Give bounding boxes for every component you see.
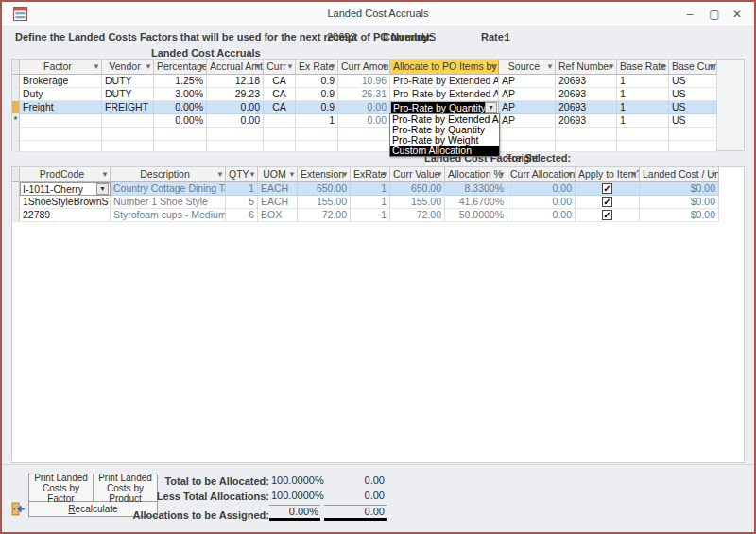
column-dropdown-icon[interactable]: ▼: [546, 60, 554, 74]
cell-accrual-amt[interactable]: 0.00: [207, 114, 264, 128]
column-header-description[interactable]: Description▼: [111, 167, 226, 182]
cell-source[interactable]: AP: [499, 75, 556, 88]
minimize-icon[interactable]: –: [680, 6, 699, 23]
cell-ex-rate[interactable]: 1: [296, 114, 338, 128]
column-dropdown-icon[interactable]: ▼: [660, 60, 667, 74]
column-dropdown-icon[interactable]: ▼: [93, 60, 100, 74]
cell-base-rate[interactable]: 1: [617, 114, 669, 128]
combo-dropdown-icon[interactable]: ▼: [96, 183, 109, 195]
cell-landed-cost-unit[interactable]: $0.00: [640, 196, 719, 209]
column-header-percentage[interactable]: Percentage▼: [154, 60, 207, 75]
column-header-curr-amount[interactable]: Curr Amount▼: [338, 60, 390, 75]
exit-form-icon[interactable]: [11, 502, 26, 516]
maximize-icon[interactable]: ▢: [705, 6, 724, 23]
cell-allocate-by[interactable]: Pro-Rate by Extended Amou: [390, 88, 499, 101]
dropdown-item[interactable]: Pro-Rate by Weight: [390, 135, 499, 146]
combo-dropdown-icon[interactable]: ▼: [485, 102, 497, 113]
cell-curr[interactable]: CA: [264, 75, 296, 88]
record-selector[interactable]: [12, 182, 20, 196]
column-dropdown-icon[interactable]: ▼: [566, 167, 574, 181]
cell-curr-value[interactable]: 650.00: [390, 182, 445, 196]
column-dropdown-icon[interactable]: ▼: [708, 60, 715, 74]
column-header-landed-cost-unit[interactable]: Landed Cost / Unit▼: [640, 167, 719, 182]
cell-extension[interactable]: 155.00: [298, 196, 351, 209]
column-dropdown-icon[interactable]: ▼: [198, 60, 205, 74]
cell-description[interactable]: Styrofoam cups - Medium: [111, 209, 226, 222]
combobox-selected-text[interactable]: I-1011-Cherry: [21, 183, 96, 196]
cell-factor[interactable]: Duty: [20, 88, 102, 101]
cell-accrual-amt[interactable]: 29.23: [207, 88, 264, 101]
column-header-curr-allocation[interactable]: Curr Allocation▼: [507, 167, 576, 182]
cell-extension[interactable]: 650.00: [298, 182, 351, 196]
record-selector[interactable]: [12, 196, 20, 209]
close-icon[interactable]: ✕: [728, 6, 747, 23]
column-header-factor[interactable]: Factor▼: [20, 60, 102, 75]
cell-percentage[interactable]: 1.25%: [154, 75, 207, 88]
cell-curr[interactable]: CA: [264, 101, 296, 114]
dropdown-item-highlighted[interactable]: Custom Allocation: [390, 146, 499, 156]
cell-percentage[interactable]: 3.00%: [154, 88, 207, 101]
column-header-extension[interactable]: Extension▼: [298, 167, 351, 182]
cell-ex-rate[interactable]: 0.9: [296, 88, 338, 101]
cell-base-curr[interactable]: US: [669, 75, 717, 88]
column-dropdown-icon[interactable]: ▼: [630, 167, 638, 181]
column-dropdown-icon[interactable]: ▼: [498, 167, 506, 181]
checkbox-checked-icon[interactable]: ✓: [602, 210, 612, 220]
column-header-base-curr[interactable]: Base Curr▼: [669, 60, 717, 75]
cell-curr-allocation[interactable]: 0.00: [507, 182, 576, 196]
cell-allocation-pct[interactable]: 8.3300%: [445, 182, 507, 196]
checkbox-checked-icon[interactable]: ✓: [602, 197, 612, 207]
cell-uom[interactable]: BOX: [258, 209, 298, 222]
column-dropdown-icon[interactable]: ▼: [145, 60, 152, 74]
cell-curr-amount[interactable]: 26.31: [338, 88, 390, 101]
currency-field[interactable]: US: [421, 31, 436, 43]
cell-curr[interactable]: CA: [264, 88, 296, 101]
column-dropdown-icon[interactable]: ▼: [341, 167, 349, 181]
column-header-prodcode[interactable]: ProdCode▼: [20, 167, 111, 182]
allocate-by-combobox[interactable]: Pro-Rate by Quantity ▼: [390, 101, 499, 114]
cell-curr-value[interactable]: 72.00: [390, 209, 445, 222]
cell-allocation-pct[interactable]: 50.0000%: [445, 209, 507, 222]
checkbox-checked-icon[interactable]: ✓: [602, 183, 612, 194]
cell-source[interactable]: AP: [499, 101, 556, 114]
column-dropdown-icon[interactable]: ▼: [329, 60, 336, 74]
cell-factor[interactable]: [20, 114, 102, 128]
record-selector[interactable]: [12, 88, 20, 101]
cell-curr-amount[interactable]: 0.00: [338, 114, 390, 128]
column-header-ex-rate[interactable]: Ex Rate▼: [296, 60, 338, 75]
cell-accrual-amt[interactable]: 0.00: [207, 101, 264, 114]
cell-qty[interactable]: 5: [226, 196, 258, 209]
column-header-uom[interactable]: UOM▼: [258, 167, 298, 182]
combobox-selected-text[interactable]: Pro-Rate by Quantity: [391, 102, 485, 114]
cell-vendor[interactable]: [102, 114, 154, 128]
record-selector[interactable]: [12, 75, 20, 88]
cell-ref-number[interactable]: 20693: [556, 88, 617, 101]
dropdown-item[interactable]: Pro-Rate by Extended Amou: [390, 114, 499, 125]
cell-percentage[interactable]: 0.00%: [154, 114, 207, 128]
column-dropdown-icon[interactable]: ▼: [286, 60, 294, 74]
cell-description[interactable]: Number 1 Shoe Style: [111, 196, 226, 209]
cell-ex-rate[interactable]: 0.9: [296, 101, 338, 114]
cell-factor[interactable]: Freight: [20, 101, 102, 114]
cell-exrate[interactable]: 1: [351, 209, 390, 222]
cell-vendor[interactable]: DUTY: [102, 75, 154, 88]
print-by-factor-button[interactable]: Print Landed Costs by Factor: [28, 474, 94, 502]
cell-base-curr[interactable]: US: [669, 114, 717, 128]
column-dropdown-icon[interactable]: ▼: [381, 60, 388, 74]
prodcode-combobox[interactable]: I-1011-Cherry ▼: [20, 182, 111, 196]
column-header-curr[interactable]: Curr▼: [264, 60, 296, 75]
column-dropdown-icon[interactable]: ▼: [254, 60, 262, 74]
cell-curr-amount[interactable]: 0.00: [338, 101, 390, 114]
column-header-qty[interactable]: QTY▼: [226, 167, 258, 182]
column-header-ref-number[interactable]: Ref Number▼: [556, 60, 617, 75]
cell-base-curr[interactable]: US: [669, 101, 717, 114]
column-dropdown-icon[interactable]: ▼: [490, 60, 497, 74]
column-dropdown-icon[interactable]: ▼: [436, 167, 443, 181]
column-header-base-rate[interactable]: Base Rate▼: [617, 60, 669, 75]
cell-source[interactable]: AP: [499, 114, 556, 128]
column-dropdown-icon[interactable]: ▼: [381, 167, 388, 181]
column-dropdown-icon[interactable]: ▼: [608, 60, 615, 74]
cell-curr-amount[interactable]: 10.96: [338, 75, 390, 88]
cell-curr-allocation[interactable]: 0.00: [507, 196, 576, 209]
column-header-accrual-amt[interactable]: Accrual Amt▼: [207, 60, 264, 75]
